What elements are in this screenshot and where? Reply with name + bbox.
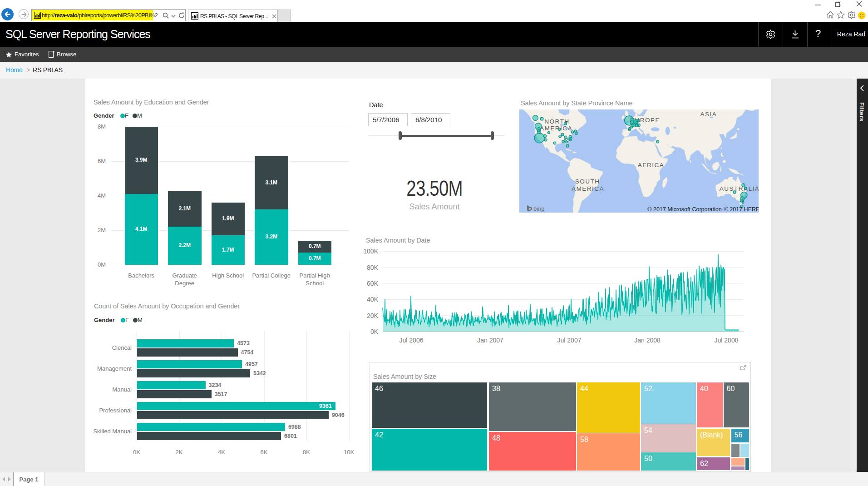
svg-text:© 2017 Microsoft Corporation: © 2017 Microsoft Corporation [647, 206, 722, 213]
svg-text:AFRICA: AFRICA [638, 162, 665, 169]
svg-text:AMERICA: AMERICA [540, 125, 572, 132]
svg-text:© 2017 HERE: © 2017 HERE [724, 206, 759, 213]
svg-text:ASIA: ASIA [700, 111, 717, 118]
svg-text:AUSTRALIA: AUSTRALIA [720, 185, 759, 192]
svg-text:AMERICA: AMERICA [572, 185, 604, 192]
svg-text:bing: bing [533, 205, 545, 212]
svg-text:SOUTH: SOUTH [575, 178, 600, 185]
